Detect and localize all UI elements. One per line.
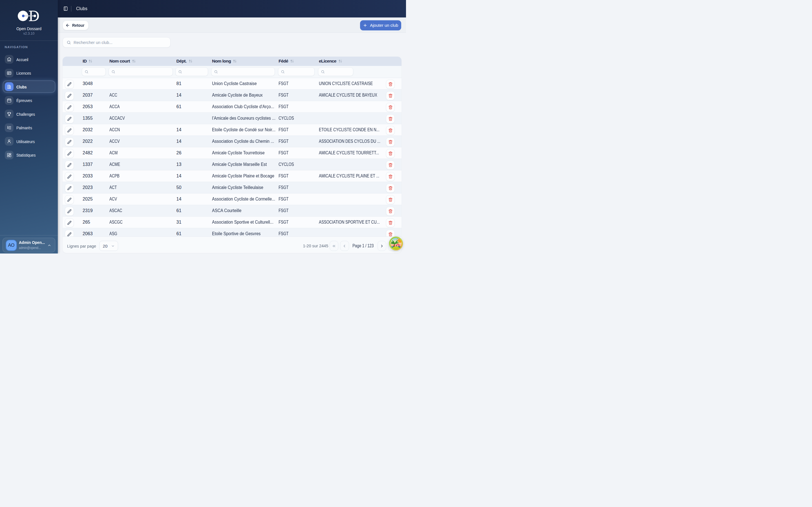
cell-dept: 14	[174, 193, 210, 205]
delete-club-button[interactable]	[386, 230, 395, 236]
back-button[interactable]: Retour	[63, 20, 89, 30]
cell-elicence	[317, 228, 384, 236]
delete-club-button[interactable]	[386, 195, 395, 204]
add-club-button[interactable]: Ajouter un club	[360, 20, 402, 31]
delete-club-button[interactable]	[386, 91, 395, 100]
delete-club-button[interactable]	[386, 172, 395, 181]
cell-nom-court: ACCACV	[107, 113, 174, 124]
trash-icon	[388, 221, 393, 225]
trash-icon	[388, 198, 393, 202]
edit-club-button[interactable]	[65, 91, 74, 100]
delete-club-button[interactable]	[386, 80, 395, 89]
edit-club-button[interactable]	[65, 137, 74, 147]
sidebar-item-label: Épreuves	[16, 98, 32, 103]
cell-value: 50	[176, 185, 182, 190]
page-title: Clubs	[76, 6, 87, 11]
sidebar-item-utilisateurs[interactable]: Utilisateurs	[0, 137, 58, 146]
delete-club-button[interactable]	[386, 103, 395, 112]
edit-club-button[interactable]	[65, 184, 74, 193]
edit-club-button[interactable]	[65, 172, 74, 181]
column-header-nom_court[interactable]: Nom court	[107, 59, 174, 64]
sidebar-toggle-button[interactable]	[63, 6, 68, 11]
cell-id: 2063	[80, 228, 107, 236]
sidebar-item-statistiques[interactable]: Statistiques	[0, 151, 58, 159]
cell-value: 61	[176, 208, 182, 213]
cell-dept: 14	[174, 90, 210, 101]
rows-per-page-select[interactable]: 20	[99, 241, 118, 251]
column-filter-input-dept[interactable]	[184, 69, 202, 74]
cell-value: FSGT	[278, 173, 289, 179]
column-filter-input-id[interactable]	[90, 69, 103, 74]
column-filter-input-fede[interactable]	[287, 69, 307, 74]
user-menu[interactable]: AO Admin Open... admin@opend...	[3, 238, 55, 252]
column-header-dept[interactable]: Dépt.	[174, 59, 210, 64]
edit-club-button[interactable]	[65, 103, 74, 112]
table-row: 2023 ACT 50 Amicale Cycliste Teilleulais…	[63, 182, 402, 193]
cell-delete	[384, 147, 402, 159]
cell-edit	[63, 78, 80, 89]
vacation-mode-button[interactable]	[389, 237, 403, 250]
delete-club-button[interactable]	[386, 149, 395, 158]
sidebar-item-challenges[interactable]: Challenges	[0, 110, 58, 118]
sidebar-item-epreuves[interactable]: Épreuves	[0, 96, 58, 105]
cell-nom-long: l’Amicale des Coureurs cyclistes ...	[210, 113, 276, 124]
delete-club-button[interactable]	[386, 207, 395, 216]
sidebar-item-accueil[interactable]: Accueil	[0, 55, 58, 64]
column-label: Nom court	[109, 59, 130, 64]
cell-edit	[63, 147, 80, 159]
delete-club-button[interactable]	[386, 218, 395, 227]
cell-fede: FSGT	[276, 124, 317, 135]
table-row: 1355 ACCACV l’Amicale des Coureurs cycli…	[63, 113, 402, 124]
column-filter-input-nom_court[interactable]	[117, 69, 154, 74]
cell-fede: FSGT	[276, 147, 317, 159]
cell-nom-court: ACV	[107, 193, 174, 205]
trash-icon	[388, 232, 393, 236]
cell-value: 31	[176, 220, 182, 225]
edit-club-button[interactable]	[65, 230, 74, 236]
chevron-left-icon	[342, 244, 347, 248]
sidebar-divider-top	[0, 41, 58, 41]
cell-value: FSGT	[278, 196, 289, 202]
club-search-input[interactable]	[73, 40, 167, 45]
edit-club-button[interactable]	[65, 126, 74, 135]
column-filter-input-elicence[interactable]	[326, 69, 346, 74]
cell-id: 2037	[80, 90, 107, 101]
column-header-elicence[interactable]: eLicence	[317, 59, 384, 64]
previous-page-button[interactable]	[340, 241, 349, 251]
search-icon	[111, 70, 115, 74]
cell-value: CYCLOS	[278, 116, 294, 121]
column-filter-input-nom_long[interactable]	[220, 69, 256, 74]
cell-value: Amicale Cycliste Plaine et Bocage	[212, 173, 274, 179]
cell-fede: FSGT	[276, 78, 317, 89]
column-header-fede[interactable]: Fédé	[276, 59, 317, 64]
sidebar-item-licences[interactable]: Licences	[0, 69, 58, 77]
edit-club-button[interactable]	[65, 149, 74, 158]
cell-nom-long: Amicale Cycliste Plaine et Bocage	[210, 170, 276, 182]
cell-nom-court: ACCV	[107, 136, 174, 147]
edit-club-button[interactable]	[65, 114, 74, 123]
cell-value: ACC	[109, 93, 117, 98]
column-header-nom_long[interactable]: Nom long	[210, 59, 276, 64]
delete-club-button[interactable]	[386, 126, 395, 135]
edit-club-button[interactable]	[65, 218, 74, 227]
cell-nom-long: Etoile Sportive de Gesvres	[210, 228, 276, 236]
edit-club-button[interactable]	[65, 161, 74, 170]
delete-club-button[interactable]	[386, 114, 395, 123]
cell-value: 3048	[83, 81, 93, 86]
pagination-range-label: 1-20 sur 2445	[303, 243, 327, 248]
edit-club-button[interactable]	[65, 80, 74, 89]
first-page-button[interactable]	[329, 241, 339, 251]
column-header-id[interactable]: ID	[80, 59, 107, 64]
sidebar-item-palmares[interactable]: Palmarès	[0, 123, 58, 132]
edit-club-button[interactable]	[65, 195, 74, 204]
sidebar-item-clubs[interactable]: Clubs	[0, 82, 58, 91]
next-page-button[interactable]	[377, 241, 387, 251]
edit-club-button[interactable]	[65, 207, 74, 216]
delete-club-button[interactable]	[386, 137, 395, 147]
table-footer: Lignes par page 20 1-20 sur 2445 Page 1 …	[63, 236, 402, 253]
delete-club-button[interactable]	[386, 184, 395, 193]
sort-icon	[338, 59, 342, 63]
cell-dept: 61	[174, 101, 210, 112]
delete-club-button[interactable]	[386, 161, 395, 170]
sort-icon	[89, 59, 93, 63]
